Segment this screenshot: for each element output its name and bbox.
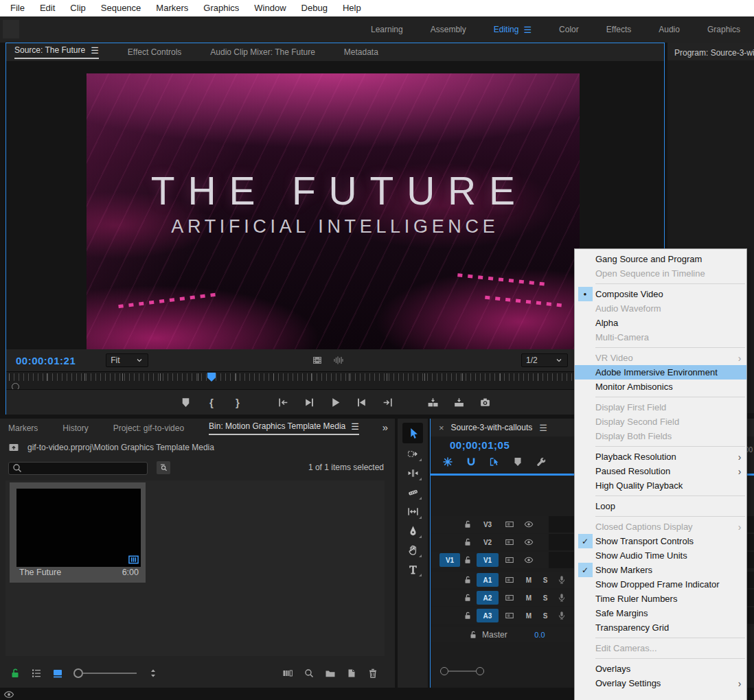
panel-menu-icon[interactable]: ☰ <box>351 422 359 431</box>
tab-bin-motion-graphics-template-media[interactable]: Bin: Motion Graphics Template Media☰ <box>209 421 359 435</box>
insert-button[interactable] <box>425 395 440 410</box>
menu-file[interactable]: File <box>3 0 32 16</box>
drag-video-film-icon[interactable] <box>312 355 323 366</box>
close-icon[interactable]: × <box>439 423 444 433</box>
menu-item-overlay-settings[interactable]: Overlay Settings› <box>575 676 746 690</box>
hand-tool[interactable] <box>402 541 423 559</box>
toggle-track-output-eye-icon[interactable] <box>522 535 536 549</box>
sort-order-icon[interactable] <box>148 668 159 679</box>
add-marker-button[interactable] <box>178 395 193 410</box>
list-view-icon[interactable] <box>31 668 42 679</box>
play-button[interactable] <box>328 395 343 410</box>
menu-item-show-transport-controls[interactable]: ✓Show Transport Controls <box>575 534 746 548</box>
menu-item-safe-margins[interactable]: Safe Margins <box>575 606 746 620</box>
source-patch-v1[interactable]: V1 <box>439 553 460 567</box>
track-targeting-icon[interactable] <box>503 591 516 605</box>
go-to-in-button[interactable] <box>275 395 290 410</box>
tab-markers[interactable]: Markers <box>8 423 38 433</box>
panel-menu-icon[interactable]: ☰ <box>91 46 99 55</box>
tab-overflow-icon[interactable]: » <box>382 421 388 433</box>
mark-out-button[interactable]: } <box>230 395 245 410</box>
menu-item-high-quality-playback[interactable]: High Quality Playback <box>575 478 746 493</box>
voiceover-record-mic-icon[interactable] <box>555 573 569 587</box>
track-lock-icon[interactable] <box>461 609 474 622</box>
track-lock-icon[interactable] <box>461 553 474 567</box>
menu-help[interactable]: Help <box>335 0 369 16</box>
icon-view-icon[interactable] <box>52 668 63 679</box>
overwrite-button[interactable] <box>451 395 466 410</box>
add-marker-icon[interactable] <box>512 456 524 468</box>
menu-item-show-audio-time-units[interactable]: Show Audio Time Units <box>575 548 746 563</box>
voiceover-record-mic-icon[interactable] <box>555 609 569 622</box>
timeline-timecode[interactable]: 00;00;01;05 <box>450 439 510 451</box>
menu-clip[interactable]: Clip <box>62 0 93 16</box>
find-icon[interactable] <box>304 668 315 679</box>
menu-item-playback-resolution[interactable]: Playback Resolution› <box>575 450 746 464</box>
tab-source-the-future[interactable]: Source: The Future☰ <box>14 45 99 59</box>
tab-project-gif-to-video[interactable]: Project: gif-to-video <box>113 423 184 433</box>
scrollbar-knob[interactable] <box>476 667 484 675</box>
track-target-a1[interactable]: A1 <box>477 573 499 587</box>
lock-open-green-icon[interactable] <box>10 668 21 679</box>
track-lock-icon[interactable] <box>461 591 474 605</box>
tab-program[interactable]: Program: Source-3-wit <box>674 48 754 62</box>
menu-item-composite-video[interactable]: ●Composite Video <box>575 287 746 301</box>
menu-item-paused-resolution[interactable]: Paused Resolution› <box>575 464 746 478</box>
ripple-edit-tool[interactable] <box>402 464 423 482</box>
folder-up-icon[interactable] <box>8 442 19 453</box>
master-volume-value[interactable]: 0.0 <box>527 628 552 642</box>
mute-track-button[interactable]: M <box>522 609 536 622</box>
pen-tool[interactable] <box>402 522 423 539</box>
menu-item-alpha[interactable]: Alpha <box>575 316 746 330</box>
track-target-a2[interactable]: A2 <box>477 591 499 605</box>
panel-menu-icon[interactable]: ☰ <box>539 423 547 432</box>
search-input[interactable] <box>8 462 148 475</box>
workspace-tab-effects[interactable]: Effects <box>606 25 631 34</box>
tab-history[interactable]: History <box>62 423 88 433</box>
menu-item-overlays[interactable]: Overlays <box>575 662 746 676</box>
scrollbar-knob[interactable] <box>440 667 448 675</box>
scrollbar-track[interactable] <box>448 670 476 672</box>
menu-edit[interactable]: Edit <box>32 0 62 16</box>
menu-item-gang-source-and-program[interactable]: Gang Source and Program <box>575 252 746 266</box>
menu-item-adobe-immersive-environment[interactable]: Adobe Immersive Environment <box>575 365 746 380</box>
track-select-forward-tool[interactable] <box>402 445 423 463</box>
toggle-track-output-eye-icon[interactable] <box>522 517 536 531</box>
solo-track-button[interactable]: S <box>540 609 551 622</box>
selection-tool[interactable] <box>402 423 423 443</box>
menu-item-loop[interactable]: Loop <box>575 499 746 513</box>
drag-audio-waveform-icon[interactable] <box>333 355 344 366</box>
linked-selection-icon[interactable] <box>488 456 501 468</box>
menu-item-show-markers[interactable]: ✓Show Markers <box>575 563 746 577</box>
export-frame-button[interactable] <box>477 395 492 410</box>
trash-icon[interactable] <box>367 668 378 679</box>
media-tile-the-future[interactable]: The Future 6:00 <box>10 482 146 583</box>
type-tool[interactable] <box>402 560 423 578</box>
track-target-a3[interactable]: A3 <box>477 609 499 622</box>
mute-track-button[interactable]: M <box>522 591 536 605</box>
panel-menu-icon[interactable]: ☰ <box>523 25 532 34</box>
menu-graphics[interactable]: Graphics <box>196 0 247 16</box>
tab-sequence[interactable]: Source-3-with-callouts <box>451 423 533 432</box>
track-targeting-icon[interactable] <box>503 609 516 622</box>
track-lock-icon[interactable] <box>461 573 474 587</box>
mute-track-button[interactable]: M <box>522 573 536 587</box>
solo-track-button[interactable]: S <box>540 591 551 605</box>
track-lock-icon[interactable] <box>461 517 474 531</box>
workspace-tab-color[interactable]: Color <box>559 25 579 34</box>
track-target-v1[interactable]: V1 <box>477 553 499 567</box>
workspace-tab-learning[interactable]: Learning <box>371 25 403 34</box>
source-time-ruler[interactable] <box>6 371 664 390</box>
workspace-tab-graphics[interactable]: Graphics <box>707 25 740 34</box>
workspace-tab-editing[interactable]: Editing☰ <box>494 25 532 34</box>
track-lock-icon[interactable] <box>461 535 474 549</box>
nest-icon[interactable] <box>442 456 454 468</box>
menu-window[interactable]: Window <box>247 0 293 16</box>
track-lock-icon[interactable] <box>467 628 479 642</box>
workspace-tab-audio[interactable]: Audio <box>659 25 680 34</box>
track-targeting-icon[interactable] <box>503 535 516 549</box>
menu-sequence[interactable]: Sequence <box>93 0 149 16</box>
menu-item-transparency-grid[interactable]: Transparency Grid <box>575 620 746 635</box>
menu-item-time-ruler-numbers[interactable]: Time Ruler Numbers <box>575 592 746 606</box>
automate-to-sequence-icon[interactable] <box>282 668 293 679</box>
